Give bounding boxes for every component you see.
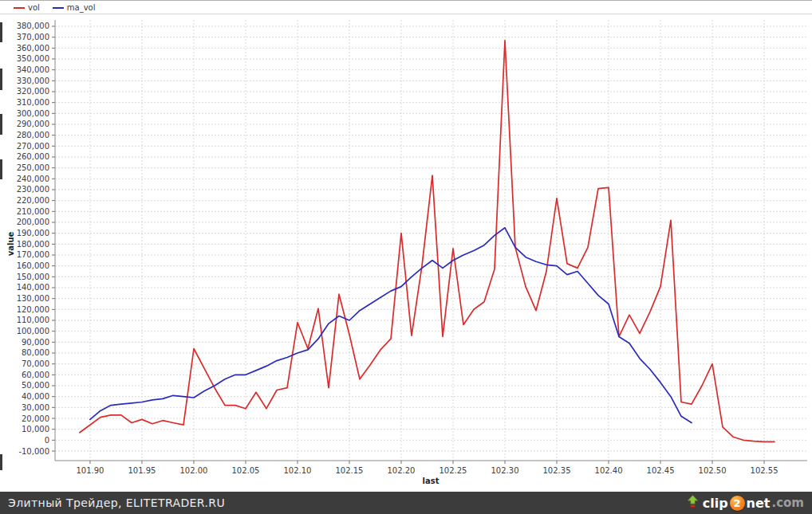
svg-text:40,000: 40,000: [22, 392, 49, 401]
svg-text:230,000: 230,000: [17, 185, 49, 194]
vol-line: [80, 41, 775, 442]
svg-text:150,000: 150,000: [17, 273, 49, 281]
svg-text:120,000: 120,000: [17, 305, 49, 314]
svg-text:102.30: 102.30: [491, 466, 519, 475]
screen-edge-artifact: [0, 454, 2, 470]
svg-text:320,000: 320,000: [17, 87, 49, 96]
svg-text:210,000: 210,000: [17, 207, 49, 216]
svg-text:102.20: 102.20: [387, 466, 415, 475]
clip2net-com-text: .com: [771, 496, 804, 510]
svg-text:102.55: 102.55: [751, 466, 778, 475]
svg-text:330,000: 330,000: [17, 77, 49, 85]
screen-edge-artifact: [0, 114, 2, 135]
svg-text:290,000: 290,000: [17, 120, 49, 128]
footer-bar: Элитный Трейдер, ELITETRADER.RU clip 2 n…: [0, 492, 812, 514]
svg-text:101.90: 101.90: [76, 466, 104, 475]
axis-tick-labels: -10,000010,00020,00030,00040,00050,00060…: [17, 22, 778, 475]
svg-text:270,000: 270,000: [17, 142, 49, 151]
screen-edge-artifact: [0, 69, 2, 90]
svg-text:70,000: 70,000: [22, 359, 49, 368]
screen-edge-artifact: [0, 159, 2, 179]
svg-text:160,000: 160,000: [17, 261, 49, 270]
ma_vol-line: [90, 228, 692, 423]
svg-text:350,000: 350,000: [17, 54, 49, 63]
screenshot-page: { "legend": {"position": "top-left"}, "c…: [0, 0, 812, 514]
screen-edge-artifact: [0, 22, 2, 42]
svg-text:0: 0: [45, 436, 49, 445]
svg-text:10,000: 10,000: [22, 425, 49, 434]
svg-text:260,000: 260,000: [17, 152, 49, 161]
svg-text:50,000: 50,000: [22, 381, 49, 390]
svg-text:90,000: 90,000: [22, 338, 49, 347]
svg-text:140,000: 140,000: [17, 283, 49, 292]
y-axis-title: value: [6, 227, 16, 261]
svg-text:102.35: 102.35: [543, 466, 571, 475]
svg-text:190,000: 190,000: [17, 229, 49, 237]
svg-text:102.25: 102.25: [439, 466, 467, 475]
svg-text:110,000: 110,000: [17, 316, 49, 324]
svg-text:80,000: 80,000: [22, 348, 49, 357]
svg-text:102.45: 102.45: [647, 466, 675, 475]
svg-text:102.15: 102.15: [335, 466, 363, 475]
svg-text:170,000: 170,000: [17, 250, 49, 259]
svg-text:250,000: 250,000: [17, 163, 49, 172]
clip2net-clip-text: clip: [703, 496, 728, 511]
svg-text:200,000: 200,000: [17, 218, 49, 226]
svg-text:280,000: 280,000: [17, 131, 49, 139]
svg-text:102.00: 102.00: [179, 466, 207, 475]
watermark-text: Элитный Трейдер, ELITETRADER.RU: [8, 496, 225, 509]
volume-chart-plot: -10,000010,00020,00030,00040,00050,00060…: [0, 0, 812, 490]
svg-text:300,000: 300,000: [17, 109, 49, 118]
svg-text:240,000: 240,000: [17, 175, 49, 183]
svg-text:130,000: 130,000: [17, 294, 49, 303]
svg-text:100,000: 100,000: [17, 327, 49, 335]
svg-text:380,000: 380,000: [17, 22, 49, 30]
svg-text:220,000: 220,000: [17, 196, 49, 205]
svg-text:102.05: 102.05: [231, 466, 259, 475]
clip2net-2-badge: 2: [730, 496, 745, 511]
svg-text:101.95: 101.95: [128, 466, 156, 475]
svg-text:60,000: 60,000: [22, 371, 49, 379]
clip2net-logo[interactable]: clip 2 net .com: [687, 495, 804, 512]
svg-text:-10,000: -10,000: [18, 447, 49, 456]
svg-text:370,000: 370,000: [17, 33, 49, 41]
svg-text:30,000: 30,000: [22, 403, 49, 412]
axis-spines: [55, 20, 807, 461]
svg-text:180,000: 180,000: [17, 240, 49, 249]
svg-text:102.50: 102.50: [699, 466, 727, 475]
clip2net-net-text: net: [747, 496, 771, 511]
svg-text:340,000: 340,000: [17, 65, 49, 74]
gridlines: [55, 20, 807, 461]
clip2net-arrow-icon: [687, 495, 699, 512]
svg-text:310,000: 310,000: [17, 98, 49, 107]
svg-text:102.40: 102.40: [595, 466, 623, 475]
x-axis-title: last: [423, 477, 440, 485]
svg-text:102.10: 102.10: [283, 466, 311, 475]
svg-text:20,000: 20,000: [22, 414, 49, 423]
svg-text:360,000: 360,000: [17, 44, 49, 53]
